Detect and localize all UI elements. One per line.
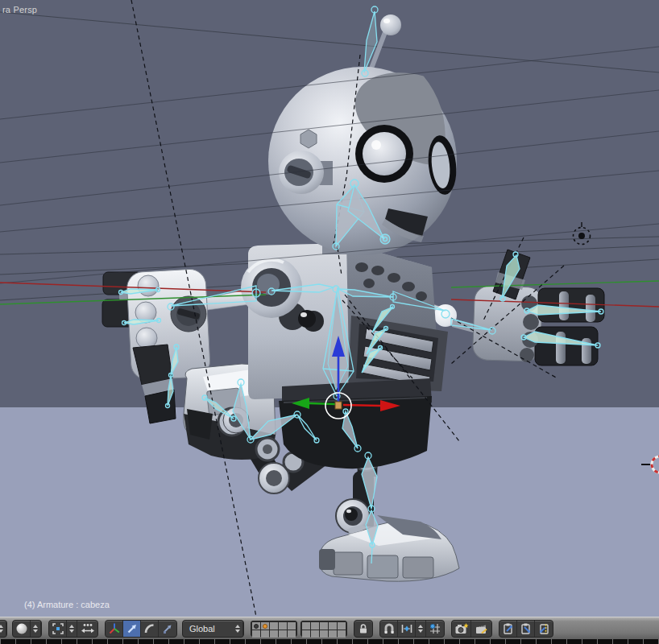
layer-cell[interactable] (320, 630, 328, 638)
move-centers-only-button[interactable] (77, 621, 97, 637)
copy-pose-icon (502, 622, 515, 635)
camera-star-icon (454, 622, 469, 635)
rotate-arc-icon (143, 622, 156, 635)
layer-cell[interactable] (279, 630, 287, 638)
translate-arrow-icon (126, 622, 139, 635)
viewport-shading-group (12, 620, 42, 638)
layer-cell[interactable] (338, 630, 346, 638)
orientation-spinner[interactable] (233, 621, 243, 637)
layer-cell[interactable] (252, 622, 260, 630)
layer-cell[interactable] (311, 622, 319, 630)
pivot-group (48, 620, 98, 638)
paste-pose-button[interactable] (517, 621, 535, 637)
layer-cell[interactable] (329, 622, 337, 630)
render-group (451, 620, 492, 638)
move-centers-icon (81, 622, 95, 635)
retopo-button[interactable] (426, 621, 444, 637)
pivot-button[interactable] (49, 621, 67, 637)
layer-cell[interactable] (288, 630, 296, 638)
manipulator-group (105, 620, 177, 638)
pivot-bounding-box-icon (52, 622, 64, 635)
layer-cell[interactable] (320, 622, 328, 630)
mode-spinner[interactable] (0, 621, 6, 637)
copy-pose-button[interactable] (499, 621, 517, 637)
opengl-render-anim-button[interactable] (471, 621, 491, 637)
paste-flipped-pose-button[interactable] (535, 621, 553, 637)
pivot-spinner[interactable] (67, 621, 77, 637)
layer-cell[interactable] (311, 630, 319, 638)
layer-cell[interactable] (270, 630, 278, 638)
clapperboard-icon (475, 622, 489, 635)
layer-cell[interactable] (302, 622, 310, 630)
lock-group (354, 620, 373, 638)
manipulator-axes-icon (108, 622, 121, 635)
snap-grid-icon (429, 622, 441, 635)
layers-grid-2 (300, 621, 347, 637)
layer-cell[interactable] (261, 622, 269, 630)
snap-group (379, 620, 445, 638)
manipulator-rotate-button[interactable] (141, 621, 159, 637)
lock-layers-button[interactable] (354, 621, 372, 637)
paste-pose-icon (520, 622, 533, 635)
layer-cell[interactable] (302, 630, 310, 638)
opengl-render-button[interactable] (452, 621, 471, 637)
viewport-shading-button[interactable] (13, 621, 31, 637)
view-name-label: ra Persp (2, 5, 37, 14)
selected-object-label: (4) Armature : cabeza (24, 600, 110, 609)
snap-element-button[interactable] (398, 621, 416, 637)
orientation-label: Global (189, 624, 215, 634)
viewport-scene (0, 0, 659, 617)
magnet-icon (383, 622, 396, 635)
paste-flipped-pose-icon (537, 622, 550, 635)
timeline-strip[interactable] (0, 639, 659, 644)
layer-cell[interactable] (338, 622, 346, 630)
mode-dropdown-spinner[interactable] (0, 620, 7, 638)
solid-shading-sphere-icon (15, 622, 28, 635)
3d-viewport[interactable]: ra Persp (4) Armature : cabeza (0, 0, 659, 617)
snap-toggle-button[interactable] (380, 621, 398, 637)
layer-cell[interactable] (279, 622, 287, 630)
manipulator-scale-button[interactable] (159, 621, 176, 637)
manipulator-translate-button[interactable] (123, 621, 141, 637)
snap-element-spinner[interactable] (416, 621, 426, 637)
lock-icon (357, 622, 370, 635)
layer-cell[interactable] (270, 622, 278, 630)
orientation-group: Global (182, 620, 244, 638)
pose-copy-group (499, 620, 553, 638)
layer-cell[interactable] (261, 630, 269, 638)
viewport-header: Global (0, 617, 659, 639)
manipulator-toggle-button[interactable] (106, 621, 123, 637)
layer-cell[interactable] (288, 622, 296, 630)
layer-cell[interactable] (329, 630, 337, 638)
viewport-shading-spinner[interactable] (31, 621, 41, 637)
snap-element-icon (400, 622, 413, 635)
layers-grid-1 (251, 621, 297, 637)
scale-arrow-icon (161, 622, 174, 635)
layer-cell[interactable] (252, 630, 260, 638)
widget-center (335, 402, 342, 409)
orientation-dropdown[interactable]: Global (183, 621, 233, 637)
